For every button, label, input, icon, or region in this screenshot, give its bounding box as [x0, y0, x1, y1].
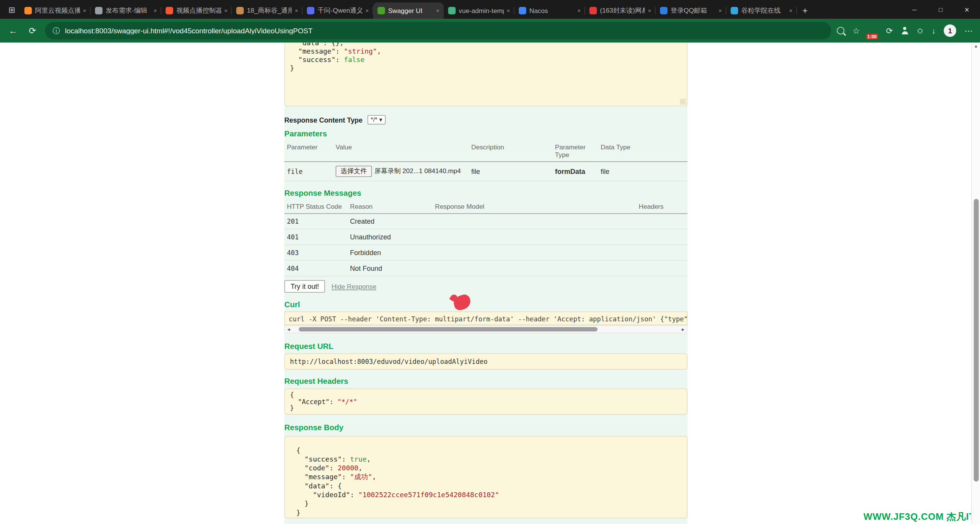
tab-close-icon[interactable]: ×: [789, 8, 793, 14]
status-reason: Not Found: [348, 261, 433, 277]
browser-essentials-icon[interactable]: [901, 27, 909, 34]
scroll-thumb[interactable]: [299, 327, 597, 331]
watermark: WWW.JF3Q.COM 杰凡IT: [864, 511, 975, 523]
site-info-icon[interactable]: ⓘ: [52, 25, 60, 36]
scroll-left-icon[interactable]: ◄: [285, 327, 292, 331]
param-value-cell: 选择文件 屏幕录制 202...1 084140.mp4: [333, 162, 469, 182]
col-headers: Headers: [636, 200, 688, 214]
status-reason: Forbidden: [348, 245, 433, 261]
hide-response-link[interactable]: Hide Response: [332, 283, 376, 290]
request-headers-heading: Request Headers: [284, 377, 688, 386]
vertical-scrollbar[interactable]: ▲: [971, 43, 980, 524]
downloads-icon[interactable]: ↓: [931, 26, 936, 34]
tab-close-icon[interactable]: ×: [648, 8, 652, 14]
response-messages-heading: Response Messages: [284, 189, 688, 198]
toolbar-icons: ☆ 1:00 ⟳ ✩ ↓ 1 ⋯: [837, 25, 973, 37]
tab-title: 阿里云视频点播: [35, 6, 80, 15]
tab-title: 18_商标谷_通用: [247, 6, 292, 15]
tab-close-icon[interactable]: ×: [224, 8, 228, 14]
tab-favicon: [660, 7, 668, 15]
tab[interactable]: 18_商标谷_通用×: [232, 3, 302, 19]
tab-title: Swagger UI: [388, 7, 433, 15]
col-http-status-code: HTTP Status Code: [284, 200, 348, 214]
param-data-type: file: [598, 162, 687, 182]
example-json: "data": {}, "message": "string", "succes…: [285, 43, 687, 72]
sync-icon[interactable]: ⟳: [886, 26, 893, 34]
reload-button[interactable]: ⟳: [26, 26, 39, 36]
tab-close-icon[interactable]: ×: [154, 8, 157, 14]
url-box[interactable]: ⓘ localhost:8003/swagger-ui.html#!/vod45…: [45, 22, 831, 39]
tab-close-icon[interactable]: ×: [719, 8, 722, 14]
tab-title: 视频点播控制器: [176, 6, 221, 15]
curl-horizontal-scrollbar[interactable]: ◄ ►: [284, 325, 688, 333]
tab-favicon: [24, 7, 32, 15]
scroll-up-icon[interactable]: ▲: [972, 43, 980, 48]
request-url-value: http://localhost:8003/eduvod/video/uploa…: [285, 354, 687, 369]
url-text[interactable]: localhost:8003/swagger-ui.html#!/vod45co…: [65, 27, 313, 34]
response-body-box: { "success": true, "code": 20000, "messa…: [284, 436, 688, 518]
close-button[interactable]: ×: [954, 0, 980, 19]
tab-close-icon[interactable]: ×: [577, 8, 581, 14]
scroll-track[interactable]: [292, 326, 679, 333]
vertical-scroll-thumb[interactable]: [974, 199, 979, 481]
tab[interactable]: 千问-Qwen通义×: [302, 3, 373, 19]
response-content-type-label: Response Content Type: [284, 116, 363, 124]
tab[interactable]: 谷粒学院在线×: [726, 3, 797, 19]
status-reason: Created: [348, 214, 433, 229]
response-content-type-select[interactable]: */*▾: [368, 115, 385, 124]
response-body-heading: Response Body: [284, 423, 688, 432]
back-button[interactable]: ←: [6, 26, 20, 36]
tab[interactable]: 登录QQ邮箱×: [656, 3, 726, 19]
response-body-json: { "success": true, "code": 20000, "messa…: [296, 446, 681, 518]
tab[interactable]: (163封未读)网易×: [585, 3, 655, 19]
tab[interactable]: Nacos×: [514, 3, 585, 19]
menu-ellipsis-icon[interactable]: ⋯: [964, 26, 972, 34]
tab[interactable]: vue-admin-temp×: [444, 3, 514, 19]
address-bar: ← ⟳ ⓘ localhost:8003/swagger-ui.html#!/v…: [0, 19, 980, 43]
workspaces-icon[interactable]: ⊞: [4, 2, 20, 17]
response-class-example-textarea[interactable]: "data": {}, "message": "string", "succes…: [284, 43, 688, 106]
favorite-star-icon[interactable]: ☆: [853, 26, 860, 34]
tab-close-icon[interactable]: ×: [83, 8, 87, 14]
response-content-type-row: Response Content Type */*▾: [284, 115, 688, 124]
search-icon[interactable]: [837, 27, 844, 34]
choose-file-button[interactable]: 选择文件: [336, 166, 372, 177]
tab[interactable]: 发布需求-编辑×: [91, 3, 161, 19]
selected-content-type: */*: [371, 116, 377, 123]
col-response-model: Response Model: [433, 200, 636, 214]
tab-active-swagger-ui[interactable]: Swagger UI×: [373, 3, 444, 19]
tab-close-icon[interactable]: ×: [295, 8, 298, 14]
tab-close-icon[interactable]: ×: [436, 8, 439, 14]
status-model: [433, 245, 636, 261]
tab-favicon: [448, 7, 456, 15]
curl-command-box: curl -X POST --header 'Content-Type: mul…: [284, 311, 688, 325]
tab-favicon: [166, 7, 173, 15]
tab[interactable]: 阿里云视频点播×: [20, 3, 90, 19]
request-headers-json: { "Accept": "*/*"}: [290, 391, 682, 411]
new-tab-button[interactable]: +: [797, 3, 813, 18]
swagger-operation-panel: "data": {}, "message": "string", "succes…: [284, 43, 688, 524]
scroll-right-icon[interactable]: ►: [679, 327, 687, 331]
try-it-out-button[interactable]: Try it out!: [284, 280, 325, 293]
col-data-type: Data Type: [598, 141, 687, 162]
minimize-button[interactable]: ─: [901, 0, 928, 19]
window-controls: ─ □ ×: [901, 0, 980, 19]
status-model: [433, 229, 636, 245]
resize-handle-icon[interactable]: [680, 99, 686, 105]
tab-title: vue-admin-temp: [459, 7, 503, 15]
tab[interactable]: 视频点播控制器×: [161, 3, 232, 19]
tab-favicon: [236, 7, 244, 15]
status-headers: [636, 245, 688, 261]
tab-close-icon[interactable]: ×: [507, 8, 510, 14]
favorites-list-icon[interactable]: ✩: [916, 26, 923, 34]
tab-bar: ⊞ 阿里云视频点播× 发布需求-编辑× 视频点播控制器× 18_商标谷_通用× …: [0, 0, 980, 19]
curl-heading: Curl: [284, 300, 688, 309]
tab-close-icon[interactable]: ×: [366, 8, 369, 14]
tab-favicon: [95, 7, 103, 15]
tab-title: 发布需求-编辑: [106, 6, 150, 15]
extension-icon[interactable]: 1:00: [868, 26, 878, 36]
tab-title: (163封未读)网易: [600, 6, 645, 15]
profile-avatar[interactable]: 1: [944, 25, 956, 37]
maximize-button[interactable]: □: [928, 0, 954, 19]
param-type: formData: [552, 162, 598, 182]
